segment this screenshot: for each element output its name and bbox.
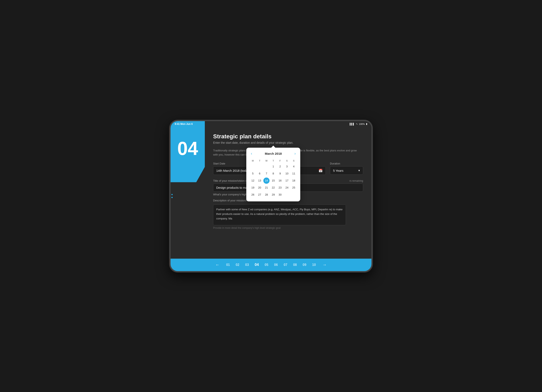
cal-day-4[interactable]: 4 <box>291 163 297 170</box>
nav-next-button[interactable]: → <box>319 262 330 267</box>
cal-day-27[interactable]: 27 <box>256 192 263 198</box>
cal-day-24[interactable]: 24 <box>284 185 290 191</box>
cal-header-fri: F <box>277 159 283 163</box>
start-date-value: 14th March 2018 (today) <box>216 169 250 172</box>
page-title: Strategic plan details <box>213 133 363 140</box>
status-icons: ▌▌▌ ∿ 100% ▮ <box>350 123 367 125</box>
cal-day-5[interactable]: 5 <box>250 171 256 177</box>
cal-day-11[interactable]: 11 <box>291 171 297 177</box>
nav-step-03[interactable]: 03 <box>242 263 252 267</box>
cal-day-19[interactable]: 19 <box>250 185 256 191</box>
nav-step-08[interactable]: 08 <box>290 263 300 267</box>
status-bar: 9:41 Mon Jun 6 ▌▌▌ ∿ 100% ▮ <box>171 121 371 127</box>
cal-header-tue: T <box>256 159 263 163</box>
cal-day-17[interactable]: 17 <box>284 177 290 184</box>
cal-day-21[interactable]: 21 <box>263 185 270 191</box>
cal-day-2[interactable]: 2 <box>277 163 283 170</box>
calendar-grid: M T W T F S S 1 2 3 4 5 6 7 8 9 <box>250 159 297 198</box>
mission-title-label: Title of your mission/vision state <box>213 179 251 182</box>
description-textarea[interactable]: Partner with some of New Z ed companies … <box>213 204 346 225</box>
cal-day-18[interactable]: 18 <box>291 177 297 184</box>
chars-remaining: rs remaining <box>349 179 363 182</box>
cal-day-23[interactable]: 23 <box>277 185 283 191</box>
nav-step-09[interactable]: 09 <box>300 263 309 267</box>
cal-day-13[interactable]: 13 <box>256 177 263 184</box>
cal-day-6[interactable]: 6 <box>256 171 263 177</box>
signal-icon: ▌▌▌ <box>350 123 354 125</box>
sidebar-dot-1 <box>171 194 173 195</box>
description-group: Description of your mission/visio Partne… <box>213 199 346 225</box>
cal-day-15[interactable]: 15 <box>270 177 276 184</box>
bottom-nav: ← 01 02 03 04 05 06 07 08 09 10 → <box>171 259 371 271</box>
cal-day-12[interactable]: 12 <box>250 177 256 184</box>
cal-day-20[interactable]: 20 <box>256 185 263 191</box>
sidebar-dot-2 <box>171 197 173 198</box>
duration-group: Duration 5 Years ▾ <box>330 162 363 175</box>
cal-day-8[interactable]: 8 <box>270 171 276 177</box>
chevron-down-icon: ▾ <box>358 169 360 172</box>
cal-day-16[interactable]: 16 <box>277 177 283 184</box>
nav-step-01[interactable]: 01 <box>223 263 233 267</box>
device-frame: 9:41 Mon Jun 6 ▌▌▌ ∿ 100% ▮ 04 Strategic… <box>169 120 373 272</box>
calendar-next-button[interactable]: › <box>293 151 297 156</box>
battery-text: 100% <box>359 123 365 125</box>
cal-header-sat: S <box>284 159 290 163</box>
hint-text: Provide in more detail the company's hig… <box>213 226 363 229</box>
cal-day-7[interactable]: 7 <box>263 171 270 177</box>
nav-step-04[interactable]: 04 <box>252 263 262 267</box>
cal-day-29[interactable]: 29 <box>270 192 276 198</box>
cal-day-26[interactable]: 26 <box>250 192 256 198</box>
description-value: Partner with some of New Z ed companies … <box>216 208 343 220</box>
cal-header-wed: W <box>263 159 270 163</box>
cal-day-30[interactable]: 30 <box>277 192 283 198</box>
cal-day-22[interactable]: 22 <box>270 185 276 191</box>
duration-label: Duration <box>330 162 363 165</box>
nav-step-06[interactable]: 06 <box>271 263 281 267</box>
battery-icon: ▮ <box>366 123 367 125</box>
cal-header-thu: T <box>270 159 276 163</box>
main-content: Strategic plan details Enter the start d… <box>205 127 371 259</box>
nav-step-10[interactable]: 10 <box>309 263 319 267</box>
cal-day-9[interactable]: 9 <box>277 171 283 177</box>
cal-day-25[interactable]: 25 <box>291 185 297 191</box>
sidebar-dots <box>171 192 173 200</box>
cal-day-1[interactable]: 1 <box>270 163 276 170</box>
cal-day-14[interactable]: 14 <box>263 177 270 184</box>
calendar-popup: ‹ March 2018 › M T W T F S S 1 2 3 4 <box>246 148 300 201</box>
cal-day-3[interactable]: 3 <box>284 163 290 170</box>
nav-step-07[interactable]: 07 <box>281 263 290 267</box>
cal-day-10[interactable]: 10 <box>284 171 290 177</box>
cal-header-sun: S <box>291 159 297 163</box>
calendar-icon: 📅 <box>319 169 323 172</box>
step-corner-block: 04 <box>171 121 205 182</box>
status-time: 9:41 Mon Jun 6 <box>175 123 193 125</box>
cal-header-mon: M <box>250 159 256 163</box>
wifi-icon: ∿ <box>356 123 358 125</box>
cal-day-28[interactable]: 28 <box>263 192 270 198</box>
calendar-prev-button[interactable]: ‹ <box>250 151 253 156</box>
duration-value: 5 Years <box>333 169 343 172</box>
nav-step-05[interactable]: 05 <box>262 263 271 267</box>
nav-step-02[interactable]: 02 <box>233 263 242 267</box>
step-number: 04 <box>177 139 198 158</box>
page-subtitle: Enter the start date, duration and detai… <box>213 141 363 144</box>
calendar-month-year: March 2018 <box>265 152 282 155</box>
calendar-header: ‹ March 2018 › <box>250 151 297 156</box>
duration-select[interactable]: 5 Years ▾ <box>330 166 363 175</box>
nav-prev-button[interactable]: ← <box>212 262 223 267</box>
